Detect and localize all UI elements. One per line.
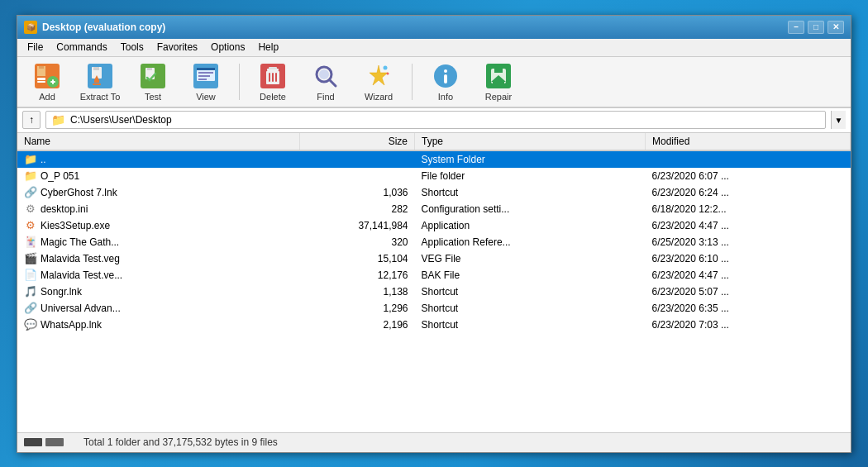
wizard-icon (364, 62, 393, 90)
menu-tools[interactable]: Tools (114, 40, 150, 55)
status-icons (24, 438, 64, 446)
file-list-container[interactable]: Name Size Type Modified 📁 .. System Fold… (17, 133, 851, 432)
svg-rect-10 (93, 67, 99, 70)
file-icon: 💬 (24, 318, 37, 331)
extract-icon (85, 62, 115, 90)
svg-point-38 (444, 69, 447, 73)
menu-favorites[interactable]: Favorites (150, 40, 204, 55)
file-modified: 6/23/2020 5:07 ... (646, 284, 851, 300)
table-row[interactable]: ⚙ Kies3Setup.exe 37,141,984 Application … (17, 217, 851, 234)
file-modified: 6/23/2020 4:47 ... (646, 217, 851, 234)
file-name-cell: 📁 .. (17, 150, 299, 168)
svg-point-31 (319, 69, 329, 79)
repair-button[interactable]: Repair (475, 60, 522, 104)
file-name: .. (41, 154, 46, 165)
file-name: Songr.lnk (41, 286, 82, 298)
file-modified (646, 150, 851, 168)
delete-button[interactable]: Delete (250, 60, 296, 104)
header-type[interactable]: Type (415, 133, 646, 150)
file-name-cell: 🎬 Malavida Test.veg (17, 250, 299, 267)
minimize-button[interactable]: – (788, 21, 804, 34)
wizard-button[interactable]: Wizard (355, 60, 402, 104)
file-type: BAK File (415, 267, 646, 284)
header-modified[interactable]: Modified (646, 133, 851, 150)
view-button[interactable]: View (183, 60, 229, 104)
table-row[interactable]: ⚙ desktop.ini 282 Configuration setti...… (17, 201, 851, 217)
file-type: Shortcut (415, 184, 646, 201)
file-modified: 6/23/2020 7:03 ... (646, 317, 851, 333)
address-field[interactable]: 📁 C:\Users\User\Desktop (45, 111, 826, 129)
svg-rect-22 (198, 79, 207, 80)
header-name[interactable]: Name (17, 133, 299, 150)
address-dropdown[interactable]: ▼ (831, 111, 846, 129)
table-row[interactable]: 🎬 Malavida Test.veg 15,104 VEG File 6/23… (17, 250, 851, 267)
file-type: Application Refere... (415, 234, 646, 250)
svg-rect-20 (198, 72, 213, 74)
svg-rect-13 (93, 83, 101, 85)
svg-rect-7 (52, 79, 54, 84)
menu-bar: File Commands Tools Favorites Options He… (17, 39, 851, 57)
file-name-cell: 🔗 Universal Advan... (17, 300, 299, 317)
file-type: Shortcut (415, 317, 646, 333)
table-row[interactable]: 📄 Malavida Test.ve... 12,176 BAK File 6/… (17, 267, 851, 284)
file-icon: 📁 (24, 169, 37, 183)
view-icon (191, 62, 221, 90)
test-label: Test (145, 92, 161, 102)
menu-commands[interactable]: Commands (50, 40, 113, 55)
table-row[interactable]: 📁 .. System Folder (17, 150, 851, 168)
extract-label: Extract To (80, 92, 121, 102)
menu-help[interactable]: Help (251, 40, 285, 55)
maximize-button[interactable]: □ (808, 21, 824, 34)
toolbar-sep-1 (239, 64, 240, 100)
status-icon-1 (24, 438, 42, 446)
extract-button[interactable]: Extract To (77, 60, 123, 104)
file-size: 37,141,984 (299, 217, 415, 234)
info-icon (431, 62, 460, 90)
header-size[interactable]: Size (299, 133, 415, 150)
table-row[interactable]: 🔗 Universal Advan... 1,296 Shortcut 6/23… (17, 300, 851, 317)
file-type: File folder (415, 168, 646, 184)
main-window: 📦 Desktop (evaluation copy) – □ ✕ File C… (17, 15, 851, 453)
svg-rect-25 (269, 67, 277, 69)
file-name-cell: 🔗 CyberGhost 7.lnk (17, 184, 299, 201)
file-modified: 6/23/2020 6:07 ... (646, 168, 851, 184)
table-row[interactable]: 📁 O_P 051 File folder 6/23/2020 6:07 ... (17, 168, 851, 184)
file-name-cell: 🃏 Magic The Gath... (17, 234, 299, 250)
file-icon: 🔗 (24, 186, 37, 199)
table-row[interactable]: 💬 WhatsApp.lnk 2,196 Shortcut 6/23/2020 … (17, 317, 851, 333)
file-type: Application (415, 217, 646, 234)
find-button[interactable]: Find (303, 60, 349, 104)
find-icon (311, 62, 341, 90)
test-button[interactable]: Test (130, 60, 176, 104)
file-size: 15,104 (299, 250, 415, 267)
svg-point-36 (387, 72, 389, 74)
repair-icon (484, 62, 513, 90)
svg-rect-27 (269, 73, 270, 82)
svg-rect-2 (39, 66, 44, 69)
menu-options[interactable]: Options (204, 40, 251, 55)
file-name: CyberGhost 7.lnk (41, 187, 117, 198)
address-bar: ↑ 📁 C:\Users\User\Desktop ▼ (17, 108, 851, 133)
file-type: Shortcut (415, 300, 646, 317)
menu-file[interactable]: File (21, 40, 50, 55)
table-row[interactable]: 🎵 Songr.lnk 1,138 Shortcut 6/23/2020 5:0… (17, 284, 851, 300)
add-button[interactable]: Add (24, 60, 70, 104)
file-modified: 6/18/2020 12:2... (646, 201, 851, 217)
close-button[interactable]: ✕ (827, 21, 844, 34)
file-name-cell: 📁 O_P 051 (17, 168, 299, 184)
table-row[interactable]: 🔗 CyberGhost 7.lnk 1,036 Shortcut 6/23/2… (17, 184, 851, 201)
svg-rect-39 (444, 74, 447, 83)
status-icon-2 (45, 438, 64, 446)
table-row[interactable]: 🃏 Magic The Gath... 320 Application Refe… (17, 234, 851, 250)
repair-label: Repair (485, 92, 512, 102)
svg-rect-3 (37, 78, 45, 80)
svg-line-32 (330, 80, 336, 86)
file-name-cell: 🎵 Songr.lnk (17, 284, 299, 300)
file-icon: 🎬 (24, 252, 37, 265)
svg-rect-19 (197, 68, 215, 70)
file-modified: 6/23/2020 6:35 ... (646, 300, 851, 317)
file-name: Malavida Test.ve... (41, 269, 122, 281)
up-button[interactable]: ↑ (22, 111, 41, 129)
info-button[interactable]: Info (422, 60, 469, 104)
column-headers: Name Size Type Modified (17, 133, 851, 150)
